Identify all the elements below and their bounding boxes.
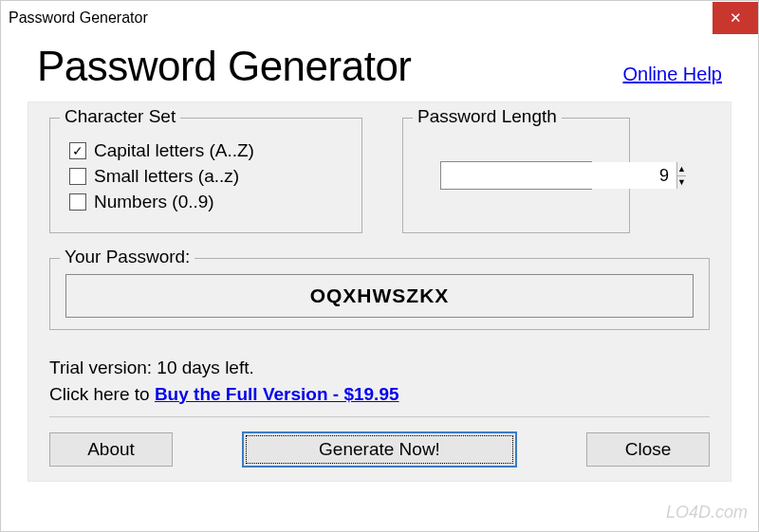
checkbox-icon <box>69 168 86 185</box>
checkbox-small-letters[interactable]: Small letters (a..z) <box>69 166 342 187</box>
spinner-up-button[interactable]: ▲ <box>677 162 686 176</box>
chevron-down-icon: ▼ <box>677 177 686 187</box>
titlebar: Password Generator ✕ <box>1 1 758 35</box>
buy-prefix: Click here to <box>49 384 155 404</box>
trial-info: Trial version: 10 days left. Click here … <box>49 355 710 407</box>
trial-status: Trial version: 10 days left. <box>49 355 710 381</box>
password-length-spinner[interactable]: ▲ ▼ <box>440 161 592 190</box>
generate-button[interactable]: Generate Now! <box>242 431 517 468</box>
window-title: Password Generator <box>9 9 148 27</box>
window-close-button[interactable]: ✕ <box>713 2 758 34</box>
character-set-fieldset: Character Set ✓ Capital letters (A..Z) S… <box>49 118 362 233</box>
spinner-down-button[interactable]: ▼ <box>677 176 686 190</box>
checkbox-label: Capital letters (A..Z) <box>94 140 254 161</box>
checkbox-icon <box>69 193 86 211</box>
password-length-input[interactable] <box>441 162 676 189</box>
divider <box>49 416 710 418</box>
password-length-legend: Password Length <box>413 106 562 127</box>
buy-full-version-link[interactable]: Buy the Full Version - $19.95 <box>155 384 399 404</box>
content-area: Password Generator Online Help Character… <box>1 35 758 491</box>
page-title: Password Generator <box>37 43 412 90</box>
options-row: Character Set ✓ Capital letters (A..Z) S… <box>49 118 710 233</box>
password-length-fieldset: Password Length ▲ ▼ <box>402 118 630 233</box>
character-set-legend: Character Set <box>60 106 180 127</box>
checkbox-label: Small letters (a..z) <box>94 166 239 187</box>
chevron-up-icon: ▲ <box>677 164 686 174</box>
close-button[interactable]: Close <box>586 432 710 467</box>
app-window: Password Generator ✕ Password Generator … <box>0 0 759 532</box>
online-help-link[interactable]: Online Help <box>622 64 731 85</box>
header-row: Password Generator Online Help <box>28 35 731 101</box>
your-password-legend: Your Password: <box>60 247 194 267</box>
main-panel: Character Set ✓ Capital letters (A..Z) S… <box>28 101 731 482</box>
buy-row: Click here to Buy the Full Version - $19… <box>49 381 710 408</box>
about-button[interactable]: About <box>49 432 173 467</box>
checkbox-label: Numbers (0..9) <box>94 192 214 212</box>
password-output[interactable]: OQXHWSZKX <box>65 274 694 318</box>
checkbox-capital-letters[interactable]: ✓ Capital letters (A..Z) <box>69 140 342 161</box>
button-row: About Generate Now! Close <box>49 431 710 468</box>
close-icon: ✕ <box>730 9 742 27</box>
spinner-buttons: ▲ ▼ <box>676 162 686 189</box>
your-password-fieldset: Your Password: OQXHWSZKX <box>49 258 710 330</box>
checkbox-icon: ✓ <box>69 142 86 159</box>
checkbox-numbers[interactable]: Numbers (0..9) <box>69 192 342 212</box>
